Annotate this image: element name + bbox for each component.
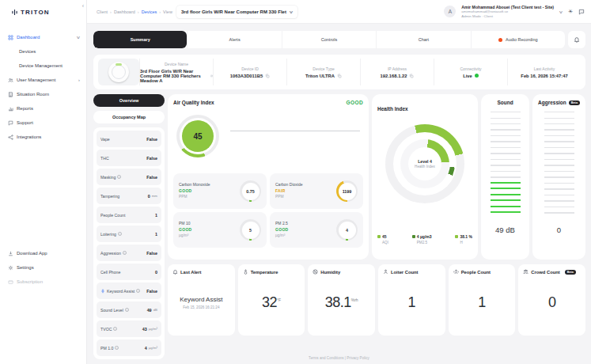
sound-panel: Sound 49 dB (481, 94, 529, 260)
breadcrumb-devices[interactable]: Devices (142, 9, 157, 14)
sidebar-item-situation-room[interactable]: Situation Room (0, 87, 86, 101)
live-status-dot (475, 74, 479, 78)
sidebar-item-dashboard[interactable]: Dashboard ∨ (0, 30, 86, 44)
tab-chart[interactable]: Chart (376, 31, 470, 48)
sidebar-item-settings[interactable]: Settings (0, 260, 86, 275)
health-donut-chart: Level 4 Health Index (385, 124, 464, 203)
tab-alerts[interactable]: Alerts (187, 31, 281, 48)
aqi-gauge: 45 (176, 115, 219, 157)
people-icon (453, 269, 459, 275)
metric-row-people-count: People Count1 (97, 207, 161, 223)
copy-icon[interactable] (409, 74, 414, 78)
aggression-value: 0 (557, 226, 561, 234)
share-nodes-icon (8, 135, 13, 140)
crowd-count-card: Crowd CountBeta 0 (518, 264, 585, 336)
device-info-bar: Device Name 3rd Floor Girls W/R Near Com… (93, 55, 585, 89)
air-quality-panel: Air Quality Index GOOD 45 Carbon Monoxid… (168, 94, 369, 260)
beta-badge: Beta (569, 100, 580, 105)
user-menu-chevron-icon[interactable]: ∨ (559, 9, 563, 14)
last-activity-field: Last Activity Feb 16, 2026 15:47:47 (507, 59, 581, 85)
info-icon[interactable] (123, 251, 127, 255)
crowd-icon (523, 269, 528, 275)
brand-logo: TRITON ‹ (0, 0, 86, 24)
sidebar-collapse-icon[interactable]: ‹ (82, 3, 84, 9)
user-mode: Admin Mode : Client (461, 14, 554, 19)
aqi-title: Air Quality Index (173, 100, 214, 105)
metric-row-tvoc: TVOC43µg/m³ (97, 320, 161, 337)
legend-humidity: 38.1 % H (455, 233, 472, 245)
breadcrumb-dashboard[interactable]: Dashboard (114, 9, 135, 14)
metric-row-tampering: Tampering0mm (97, 188, 161, 204)
feedback-icon[interactable] (578, 9, 585, 15)
sidebar-item-user-management[interactable]: User Management › (0, 73, 86, 87)
info-icon[interactable] (118, 232, 122, 236)
thermometer-icon (243, 269, 248, 275)
triton-logo-icon (11, 9, 18, 16)
sidebar-item-device-management[interactable]: Device Management (0, 59, 86, 73)
breadcrumb-client[interactable]: Client (97, 9, 108, 14)
metric-row-thc: THCFalse (97, 150, 161, 166)
device-image (98, 59, 139, 85)
notifications-button[interactable] (568, 31, 585, 48)
breadcrumb-separator-icon: › (138, 9, 139, 14)
health-index-panel: Health Index Level 4 Health Index (372, 94, 478, 260)
tab-audio-recording[interactable]: Audio Recording (471, 31, 565, 48)
health-center-label: Health Index (415, 165, 435, 169)
info-icon[interactable] (136, 289, 140, 293)
metric-row-aggression: AggressionFalse (97, 245, 161, 261)
download-icon (8, 251, 13, 256)
sidebar-item-integrations[interactable]: Integrations (0, 130, 86, 144)
aggression-level-meter (544, 112, 574, 218)
brand-name: TRITON (21, 9, 50, 16)
copy-icon[interactable] (337, 74, 342, 78)
device-selector-dropdown[interactable]: 3rd floor Girls W/R Near Computer RM 330… (176, 6, 297, 18)
credit-card-icon (8, 279, 13, 285)
last-alert-date: Feb 15, 2026 16:21:24 (183, 305, 219, 309)
ip-address-field: IP Address 192.168.1.22 (360, 59, 434, 85)
topbar-right: A Amir Mohammad Abouei (Test Client test… (444, 5, 585, 19)
beta-badge: Beta (565, 270, 576, 275)
building-icon (8, 92, 13, 97)
overview-tab-button[interactable]: Overview (93, 94, 165, 107)
pm25-gauge: 4 (336, 219, 358, 241)
recording-dot-icon (498, 38, 502, 42)
metric-row-loitering: Loitering1 (97, 226, 161, 242)
health-legend: 45 AQI 4 µg/m3 PM2.5 38.1 % H (377, 233, 472, 245)
copy-icon[interactable] (265, 74, 270, 78)
co-gauge: 0.75 (240, 180, 261, 202)
sound-title: Sound (497, 100, 513, 105)
chevron-right-icon: › (78, 78, 80, 82)
sidebar-item-support[interactable]: Support (0, 116, 86, 130)
overview-column: Overview Occupancy Map VapeFalse THCFals… (93, 94, 165, 359)
sidebar-item-download-app[interactable]: Download App (0, 246, 86, 260)
info-icon[interactable] (113, 327, 117, 331)
theme-sun-icon[interactable]: ☀ (568, 9, 573, 15)
gauge-card-pm25: PM 2.5 GOOD µg/m³ 4 (270, 212, 363, 248)
tab-controls[interactable]: Controls (282, 31, 376, 48)
info-icon[interactable] (125, 308, 129, 312)
pm10-gauge: 5 (240, 219, 261, 241)
metric-row-pm1: PM 1.04µg/m³ (97, 339, 161, 356)
sidebar-item-subscription[interactable]: Subscription (0, 275, 86, 289)
chevron-down-icon: ∨ (289, 9, 294, 14)
metric-row-sound-level: Sound Level49dB (97, 301, 161, 318)
sidebar-item-reports[interactable]: Reports (0, 101, 86, 116)
metrics-list: VapeFalse THCFalse MaskingFalse Tamperin… (93, 127, 165, 359)
gauge-card-carbon-dioxide: Carbon Dioxide FAIR PPM 1199 (270, 173, 363, 209)
avatar[interactable]: A (444, 6, 456, 17)
bell-icon (172, 269, 178, 275)
sidebar-item-devices[interactable]: Devices (0, 44, 86, 59)
info-icon[interactable] (115, 346, 119, 350)
footer-links[interactable]: Terms and Conditions | Privacy Policy (87, 356, 591, 360)
info-icon[interactable] (117, 175, 121, 179)
tab-summary[interactable]: Summary (93, 31, 187, 48)
breadcrumb-separator-icon: › (159, 9, 161, 14)
user-info: Amir Mohammad Abouei (Test Client test -… (461, 5, 554, 19)
temperature-card: Temperature 32°F (238, 264, 305, 336)
chevron-down-icon: ∨ (76, 35, 81, 40)
sound-level-meter (491, 112, 521, 218)
legend-pm25: 4 µg/m3 PM2.5 (412, 233, 432, 245)
app-window: TRITON ‹ Dashboard ∨ Devices Device Mana… (0, 0, 591, 364)
main-content: Summary Alerts Controls Chart Audio Reco… (87, 24, 591, 364)
occupancy-map-tab-button[interactable]: Occupancy Map (93, 111, 165, 123)
